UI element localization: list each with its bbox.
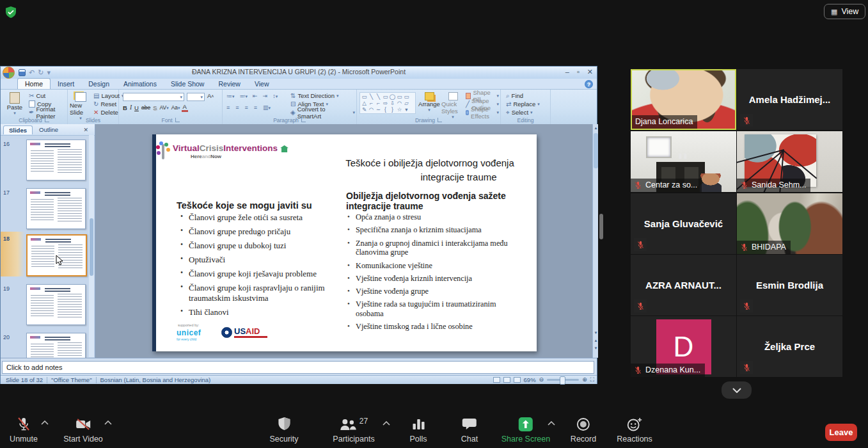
tab-home[interactable]: Home [17, 78, 51, 89]
line-spacing-button[interactable]: ↕▾ [271, 92, 279, 100]
justify-button[interactable]: ≡ [253, 104, 258, 112]
scroll-thumb[interactable] [594, 133, 598, 168]
text-shadow-button[interactable]: S [152, 104, 158, 112]
zoom-out-button[interactable]: ⊖ [539, 377, 544, 383]
participant-tile-amela[interactable]: Amela Hadžimej... [737, 69, 842, 130]
slide-thumbnail-16[interactable]: 16 [1, 140, 88, 184]
tab-animations[interactable]: Animations [116, 79, 164, 89]
participant-tile-sanja[interactable]: Sanja Gluvačević [631, 193, 736, 254]
shapes-gallery[interactable]: ▭╲╲▭◯▭▭ △⌐⌐⇨⇩◠▱ ✎◠∼{}☆▾ [359, 92, 416, 114]
help-icon[interactable]: ? [585, 80, 593, 88]
slide-thumbnail-20[interactable]: 20 [1, 333, 88, 358]
arrange-button[interactable]: Arrange▾ [417, 92, 441, 113]
slide-thumbnail-19[interactable]: 19 [1, 284, 88, 329]
participant-tile-djana-loncarica[interactable]: Djana Loncarica [631, 69, 736, 130]
quick-styles-button[interactable]: Quick Styles▾ [441, 92, 464, 120]
polls-button[interactable]: Polls [409, 417, 427, 444]
zoom-slider-thumb[interactable] [560, 376, 565, 385]
start-video-button[interactable]: Start Video [63, 417, 103, 444]
underline-button[interactable]: U [133, 104, 140, 112]
canvas-scrollbar[interactable]: ▲ ▼ ▲ ▼ [592, 124, 598, 358]
chat-button[interactable]: Chat [461, 417, 478, 444]
scroll-down-icon[interactable]: ▼ [593, 330, 599, 336]
paste-button[interactable]: Paste▾ [4, 92, 25, 116]
panel-tab-slides[interactable]: Slides [3, 125, 33, 134]
align-center-button[interactable]: ≡ [234, 104, 240, 112]
minimize-button[interactable]: – [565, 68, 569, 76]
format-painter-button[interactable]: ✒Format Painter [28, 108, 67, 116]
replace-button[interactable]: ⇄Replace▾ [505, 100, 541, 108]
slide-thumbnail-18-selected[interactable]: 18 [1, 234, 88, 279]
participant-tile-esmin[interactable]: Esmin Brodlija [737, 255, 842, 316]
participants-button[interactable]: 27 Participants [333, 417, 374, 444]
font-dialog-launcher[interactable] [175, 118, 180, 122]
character-spacing-button[interactable]: AV▾ [158, 104, 170, 112]
leave-button[interactable]: Leave [825, 424, 857, 441]
participant-tile-zeljka[interactable]: Željka Prce [737, 316, 842, 377]
video-options-chevron[interactable] [104, 420, 112, 425]
participant-tile-bhidapa[interactable]: BHIDAPA [737, 193, 842, 254]
change-case-button[interactable]: Aa▾ [170, 104, 182, 112]
find-button[interactable]: ⌕Find [505, 92, 541, 100]
panel-tab-outline[interactable]: Outline [34, 125, 63, 134]
numbering-button[interactable]: ≕▾ [239, 92, 249, 100]
unmute-options-chevron[interactable] [41, 420, 49, 425]
shape-effects-button[interactable]: Shape Effects▾ [464, 108, 500, 116]
scroll-up-icon[interactable]: ▲ [593, 125, 599, 131]
view-button[interactable]: ▦ View [824, 4, 865, 19]
close-button[interactable]: ✕ [587, 68, 593, 76]
columns-button[interactable]: ▥▾ [262, 104, 272, 112]
notes-input[interactable]: Click to add notes [2, 361, 594, 374]
cut-button[interactable]: ✂Cut [28, 92, 67, 100]
language-indicator[interactable]: Bosnian (Latin, Bosnia and Herzegovina) [100, 376, 211, 383]
participant-tile-sanida[interactable]: Sanida Sehm... [737, 131, 842, 192]
share-options-chevron[interactable] [548, 421, 555, 426]
strikethrough-button[interactable]: abe [140, 104, 152, 112]
slide-sorter-view-button[interactable] [503, 377, 510, 383]
unmute-button[interactable]: Unmute [10, 417, 38, 444]
security-button[interactable]: Security [269, 417, 298, 444]
gallery-scroll-down-button[interactable] [722, 381, 752, 399]
participants-options-chevron[interactable] [383, 421, 390, 426]
reactions-button[interactable]: Reactions [617, 417, 652, 444]
next-slide-button[interactable]: ▼ [593, 345, 599, 351]
font-name-combobox[interactable]: ▾ [123, 93, 184, 101]
text-direction-button[interactable]: ⇅Text Direction▾ [289, 92, 356, 100]
slide-18[interactable]: VirtualCrisisInterventions HereandNow Te… [152, 134, 537, 351]
grow-font-button[interactable]: A˄ [206, 92, 215, 100]
font-size-combobox[interactable]: ▾ [187, 93, 205, 101]
increase-indent-button[interactable]: ⇥ [262, 92, 269, 100]
restore-button[interactable]: ▫ [577, 68, 580, 76]
font-color-button[interactable]: A [182, 104, 188, 112]
normal-view-button[interactable] [493, 377, 500, 383]
ppt-title-bar[interactable]: ↶ ↻ ▾ ĐANA KRIZNA INTERVENCIJA U GRUPI (… [1, 67, 597, 79]
zoom-slider[interactable] [547, 379, 579, 381]
align-left-button[interactable]: ≡ [225, 104, 231, 112]
panel-close-icon[interactable]: ✕ [83, 127, 88, 133]
select-button[interactable]: ⌖Select▾ [505, 108, 541, 116]
tab-slide-show[interactable]: Slide Show [164, 79, 212, 89]
tab-insert[interactable]: Insert [51, 79, 81, 89]
bullets-button[interactable]: ≔▾ [225, 92, 236, 100]
tab-review[interactable]: Review [211, 79, 247, 89]
share-screen-button[interactable]: Share Screen [501, 417, 550, 444]
convert-smartart-button[interactable]: ◈Convert to SmartArt▾ [289, 108, 356, 116]
slideshow-view-button[interactable] [514, 377, 521, 383]
drawing-dialog-launcher[interactable] [438, 118, 442, 122]
previous-slide-button[interactable]: ▲ [593, 337, 599, 344]
clipboard-dialog-launcher[interactable] [45, 118, 49, 122]
tab-design[interactable]: Design [81, 79, 116, 89]
participant-tile-centar[interactable]: ▮▮ Centar za so... [631, 131, 736, 192]
slide-thumbnail-17[interactable]: 17 [1, 188, 88, 233]
tab-view[interactable]: View [248, 79, 276, 89]
fit-to-window-button[interactable]: ⛶ [590, 377, 594, 383]
panel-scrollbar[interactable] [89, 135, 94, 357]
participant-tile-dzenana[interactable]: D Dzenana Kun... [631, 316, 736, 377]
italic-button[interactable]: I [129, 104, 133, 112]
zoom-in-button[interactable]: ⊕ [582, 377, 587, 383]
paragraph-dialog-launcher[interactable] [301, 118, 306, 122]
align-right-button[interactable]: ≡ [244, 104, 249, 112]
record-button[interactable]: Record [571, 417, 596, 444]
participant-tile-azra[interactable]: AZRA ARNAUT... [631, 255, 736, 316]
bold-button[interactable]: B [122, 104, 129, 112]
